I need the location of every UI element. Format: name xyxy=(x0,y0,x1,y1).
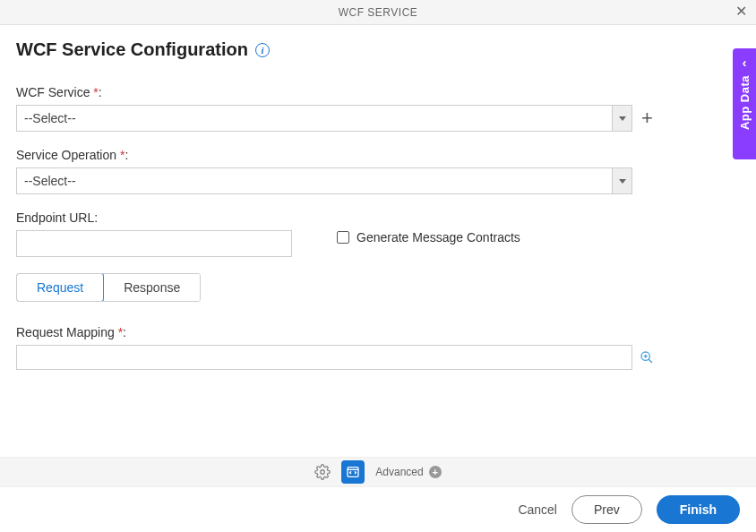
wcf-service-select[interactable]: --Select-- xyxy=(16,105,632,132)
chevron-down-icon[interactable] xyxy=(612,168,631,193)
service-operation-label: Service Operation *: xyxy=(16,148,740,162)
svg-rect-5 xyxy=(348,468,358,477)
app-data-panel-toggle[interactable]: ‹ App Data xyxy=(733,48,756,159)
footer: Cancel Prev Finish xyxy=(0,487,756,532)
finish-button[interactable]: Finish xyxy=(657,495,740,524)
cancel-button[interactable]: Cancel xyxy=(518,502,557,517)
endpoint-url-label: Endpoint URL: xyxy=(16,210,292,225)
info-icon[interactable]: i xyxy=(255,43,270,57)
wcf-service-label: WCF Service *: xyxy=(16,85,740,99)
checkbox-icon[interactable] xyxy=(337,231,349,244)
endpoint-url-input[interactable] xyxy=(16,230,292,257)
gear-icon[interactable] xyxy=(314,464,331,480)
prev-button[interactable]: Prev xyxy=(571,495,642,524)
svg-line-1 xyxy=(649,359,652,363)
zoom-icon[interactable] xyxy=(640,350,654,365)
page-title: WCF Service Configuration xyxy=(16,39,248,60)
chevron-down-icon[interactable] xyxy=(612,106,631,131)
tab-response[interactable]: Response xyxy=(103,274,200,301)
bottom-toolbar: Advanced + xyxy=(0,457,756,487)
generate-contracts-checkbox[interactable]: Generate Message Contracts xyxy=(337,230,520,245)
request-mapping-input[interactable] xyxy=(16,345,632,370)
titlebar: WCF SERVICE ✕ xyxy=(0,0,756,25)
tab-request[interactable]: Request xyxy=(16,273,104,302)
titlebar-text: WCF SERVICE xyxy=(339,6,418,19)
code-view-button[interactable] xyxy=(341,460,365,484)
chevron-left-icon: ‹ xyxy=(743,56,747,70)
add-wcf-service-button[interactable]: + xyxy=(641,108,653,128)
advanced-toggle[interactable]: Advanced + xyxy=(375,466,441,478)
request-mapping-label: Request Mapping *: xyxy=(16,325,740,339)
tabs: Request Response xyxy=(16,273,201,302)
service-operation-select[interactable]: --Select-- xyxy=(16,167,632,194)
close-icon[interactable]: ✕ xyxy=(735,4,747,19)
plus-circle-icon: + xyxy=(429,466,442,478)
svg-point-4 xyxy=(321,470,325,475)
